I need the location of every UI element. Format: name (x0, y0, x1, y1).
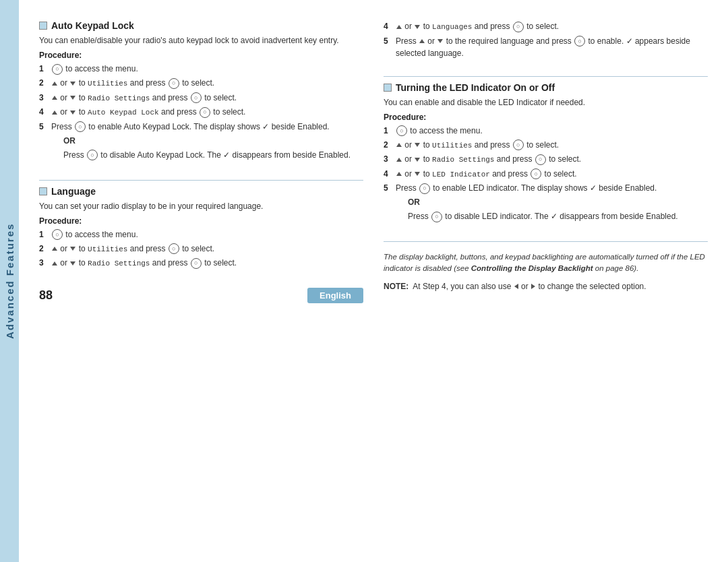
step-item: 1 ○ to access the menu. (384, 125, 708, 137)
footer-row: 88 English (39, 285, 363, 303)
step-item: 1 ○ to access the menu. (39, 63, 363, 75)
step-item: 3 or to Radio Settings and press ○ to se… (39, 257, 363, 270)
side-label-text: Advanced Features (4, 223, 16, 339)
arrow-down-icon (70, 111, 75, 115)
language-section: Language You can set your radio display … (39, 186, 363, 272)
step-item: 5 Press ○ to enable Auto Keypad Lock. Th… (39, 121, 363, 163)
arrow-down-icon (415, 158, 420, 162)
italic-note: The display backlight, buttons, and keyp… (384, 251, 708, 275)
note-section: NOTE: At Step 4, you can also use or to … (384, 280, 708, 292)
step-item: 3 or to Radio Settings and press ○ to se… (39, 92, 363, 104)
or-label: OR (408, 196, 708, 208)
ok-icon: ○ (75, 121, 86, 132)
or-label: OR (63, 135, 363, 147)
arrow-up-icon (396, 25, 402, 29)
divider (39, 180, 363, 181)
select-icon: ○ (513, 22, 524, 32)
section-icon-led (384, 84, 392, 92)
led-title: Turning the LED Indicator On or Off (384, 82, 708, 93)
select-icon: ○ (191, 92, 202, 103)
side-label: Advanced Features (0, 0, 19, 562)
section-icon-lang (39, 187, 47, 195)
section-icon-keypad (39, 22, 47, 30)
arrow-down-icon (70, 82, 75, 86)
arrow-down-icon (415, 143, 420, 147)
led-steps: 1 ○ to access the menu. 2 or to Utilitie… (384, 125, 708, 225)
step-item: 4 or to Auto Keypad Lock and press ○ to … (39, 106, 363, 119)
led-procedure-label: Procedure: (384, 113, 708, 122)
ok-icon: ○ (574, 36, 585, 46)
step-item: 4 or to Languages and press ○ to select. (384, 20, 708, 33)
arrow-up-icon (396, 172, 402, 176)
select-icon: ○ (513, 139, 524, 150)
language-continued-section: 4 or to Languages and press ○ to select.… (384, 20, 708, 61)
menu-icon: ○ (396, 125, 407, 136)
note-label: NOTE: (384, 282, 408, 291)
arrow-down-icon (415, 25, 420, 29)
select-icon: ○ (169, 78, 179, 89)
arrow-up-icon (419, 39, 425, 43)
step-item: 1 ○ to access the menu. (39, 228, 363, 241)
auto-keypad-procedure-label: Procedure: (39, 51, 363, 60)
italic-note-bold: Controlling the Display Backlight (471, 264, 593, 272)
arrow-up-icon (52, 261, 57, 266)
two-col-layout: Auto Keypad Lock You can enable/disable … (39, 20, 708, 555)
language-procedure-label: Procedure: (39, 216, 363, 226)
arrow-right-icon (531, 284, 535, 289)
arrow-up-icon (52, 111, 57, 115)
arrow-down-icon (70, 96, 75, 100)
step-item: 5 Press or to the required language and … (384, 35, 708, 59)
arrow-up-icon (52, 247, 57, 251)
divider (384, 241, 708, 242)
english-badge: English (307, 288, 363, 303)
ok-icon: ○ (87, 150, 98, 160)
ok-icon: ○ (431, 212, 442, 222)
or-step-text: Press ○ to disable Auto Keypad Lock. The… (63, 149, 363, 161)
step-item: 4 or to LED Indicator and press ○ to sel… (384, 168, 708, 181)
ok-icon: ○ (419, 183, 430, 194)
select-icon: ○ (169, 243, 179, 254)
select-icon: ○ (191, 258, 202, 269)
main-content: Auto Keypad Lock You can enable/disable … (19, 0, 728, 562)
language-steps: 1 ○ to access the menu. 2 or to Utilitie… (39, 228, 363, 270)
auto-keypad-steps: 1 ○ to access the menu. 2 or to Utilitie… (39, 63, 363, 163)
step-item: 3 or to Radio Settings and press ○ to se… (384, 153, 708, 166)
arrow-down-icon (437, 39, 443, 43)
arrow-down-icon (415, 172, 420, 176)
auto-keypad-lock-title: Auto Keypad Lock (39, 20, 363, 31)
select-icon: ○ (530, 168, 541, 179)
arrow-left-icon (514, 284, 518, 289)
arrow-down-icon (70, 247, 75, 251)
arrow-up-icon (396, 158, 402, 162)
step-item: 5 Press ○ to enable LED indicator. The d… (384, 182, 708, 224)
language-title: Language (39, 186, 363, 197)
select-icon: ○ (200, 107, 210, 118)
or-step-text: Press ○ to disable LED indicator. The ✓ … (408, 210, 708, 222)
menu-icon: ○ (52, 229, 63, 240)
arrow-up-icon (52, 82, 57, 86)
arrow-down-icon (70, 261, 75, 266)
step-item: 2 or to Utilities and press ○ to select. (39, 243, 363, 255)
arrow-up-icon (396, 143, 402, 147)
step-item: 2 or to Utilities and press ○ to select. (39, 77, 363, 90)
language-desc: You can set your radio display to be in … (39, 200, 363, 212)
menu-icon: ○ (52, 64, 63, 75)
led-indicator-section: Turning the LED Indicator On or Off You … (384, 82, 708, 227)
left-column: Auto Keypad Lock You can enable/disable … (39, 20, 363, 555)
led-desc: You can enable and disable the LED Indic… (384, 96, 708, 108)
page-wrapper: Advanced Features Auto Keypad Lock You c… (0, 0, 728, 562)
step-item: 2 or to Utilities and press ○ to select. (384, 139, 708, 152)
right-column: 4 or to Languages and press ○ to select.… (384, 20, 708, 555)
language-steps-continued: 4 or to Languages and press ○ to select.… (384, 20, 708, 59)
select-icon: ○ (535, 154, 546, 165)
page-number: 88 (39, 288, 53, 303)
auto-keypad-desc: You can enable/disable your radio's auto… (39, 34, 363, 46)
arrow-up-icon (52, 96, 57, 100)
auto-keypad-lock-section: Auto Keypad Lock You can enable/disable … (39, 20, 363, 165)
divider (384, 76, 708, 77)
